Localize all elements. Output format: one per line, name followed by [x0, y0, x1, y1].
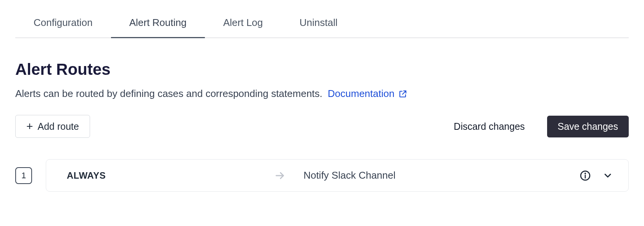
external-link-icon [398, 89, 407, 98]
page-subtitle-row: Alerts can be routed by defining cases a… [15, 88, 629, 100]
page-title: Alert Routes [15, 60, 629, 79]
arrow-right-icon [274, 170, 286, 181]
add-route-button[interactable]: + Add route [15, 115, 90, 138]
route-row: 1 ALWAYS Notify Slack Channel [15, 159, 629, 192]
route-card-controls [580, 170, 613, 181]
save-changes-button[interactable]: Save changes [547, 116, 629, 137]
svg-point-3 [585, 173, 586, 174]
action-row: + Add route Discard changes Save changes [15, 115, 629, 138]
route-card[interactable]: ALWAYS Notify Slack Channel [46, 159, 629, 192]
add-route-label: Add route [38, 121, 79, 132]
action-right-group: Discard changes Save changes [443, 116, 629, 137]
routes-list: 1 ALWAYS Notify Slack Channel [15, 159, 629, 192]
documentation-link-label: Documentation [328, 88, 394, 100]
info-icon[interactable] [580, 170, 591, 181]
documentation-link[interactable]: Documentation [328, 88, 407, 100]
chevron-down-icon[interactable] [602, 170, 613, 181]
route-number-badge: 1 [15, 167, 32, 184]
tab-uninstall[interactable]: Uninstall [281, 11, 356, 38]
page-subtitle-text: Alerts can be routed by defining cases a… [15, 88, 322, 100]
tabs-nav: Configuration Alert Routing Alert Log Un… [15, 0, 629, 38]
route-condition: ALWAYS [67, 170, 106, 181]
tab-alert-log[interactable]: Alert Log [205, 11, 281, 38]
plus-icon: + [26, 121, 33, 132]
discard-changes-button[interactable]: Discard changes [443, 116, 535, 137]
route-action-label: Notify Slack Channel [303, 170, 395, 181]
tab-configuration[interactable]: Configuration [15, 11, 111, 38]
tab-alert-routing[interactable]: Alert Routing [111, 11, 205, 38]
